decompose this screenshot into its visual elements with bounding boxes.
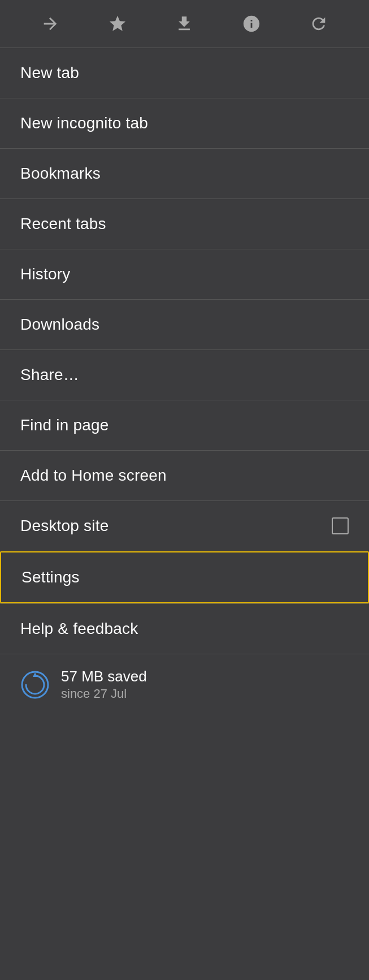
menu-item-label: Share… — [20, 366, 79, 384]
menu-item-label: History — [20, 265, 71, 283]
menu-item-label: Help & feedback — [20, 620, 138, 638]
menu-item-label: Find in page — [20, 416, 109, 434]
bookmark-icon[interactable] — [104, 10, 131, 37]
reload-icon[interactable] — [305, 10, 332, 37]
menu-item-label: Bookmarks — [20, 165, 101, 183]
menu-item-label: New tab — [20, 64, 79, 82]
menu-item-new-tab[interactable]: New tab — [0, 48, 369, 98]
menu-list: New tab New incognito tab Bookmarks Rece… — [0, 48, 369, 654]
savings-text-block: 57 MB saved since 27 Jul — [61, 668, 147, 701]
menu-item-label: Settings — [21, 568, 80, 586]
menu-item-help-feedback[interactable]: Help & feedback — [0, 604, 369, 654]
svg-marker-1 — [33, 672, 37, 677]
menu-item-desktop-site[interactable]: Desktop site — [0, 501, 369, 551]
menu-item-label: Recent tabs — [20, 215, 106, 233]
info-icon[interactable] — [238, 10, 265, 37]
menu-item-settings[interactable]: Settings — [0, 551, 369, 603]
savings-amount: 57 MB saved — [61, 668, 147, 685]
savings-icon — [20, 670, 50, 700]
menu-item-add-to-home[interactable]: Add to Home screen — [0, 451, 369, 500]
menu-item-bookmarks[interactable]: Bookmarks — [0, 149, 369, 198]
menu-item-label: Add to Home screen — [20, 467, 167, 485]
menu-item-new-incognito-tab[interactable]: New incognito tab — [0, 98, 369, 148]
download-icon[interactable] — [171, 10, 198, 37]
menu-item-label: Downloads — [20, 316, 99, 334]
savings-since: since 27 Jul — [61, 687, 147, 701]
toolbar — [0, 0, 369, 48]
menu-item-label: New incognito tab — [20, 114, 148, 132]
forward-icon[interactable] — [37, 10, 64, 37]
menu-item-recent-tabs[interactable]: Recent tabs — [0, 199, 369, 249]
menu-item-share[interactable]: Share… — [0, 350, 369, 400]
menu-item-label: Desktop site — [20, 517, 108, 535]
desktop-site-checkbox[interactable] — [332, 517, 349, 534]
savings-row: 57 MB saved since 27 Jul — [0, 654, 369, 715]
menu-item-history[interactable]: History — [0, 249, 369, 299]
menu-item-downloads[interactable]: Downloads — [0, 300, 369, 349]
menu-item-find-in-page[interactable]: Find in page — [0, 400, 369, 450]
